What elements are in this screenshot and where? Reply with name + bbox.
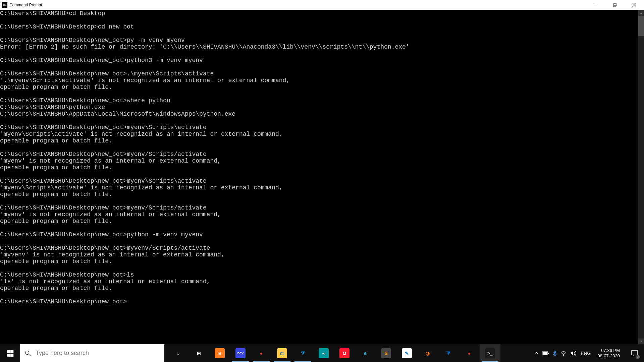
- cortana-icon: ○: [173, 348, 183, 358]
- scrollbar-down-button[interactable]: ▼: [638, 339, 644, 344]
- cmd-icon: >_: [485, 348, 495, 358]
- svg-rect-11: [632, 351, 638, 355]
- task-view-icon: ⊞: [194, 348, 204, 358]
- terminal-scrollbar[interactable]: ▲ ▼: [638, 10, 644, 344]
- svg-point-10: [563, 355, 564, 356]
- ie-icon: e: [360, 348, 370, 358]
- sublime-icon: S: [381, 348, 391, 358]
- file-explorer-icon: 🗀: [277, 348, 287, 358]
- tray-overflow-icon[interactable]: [534, 351, 538, 355]
- vscode2-icon: ⧩: [443, 348, 453, 358]
- taskbar-app-jupyter[interactable]: ◑: [417, 344, 438, 362]
- scrollbar-thumb[interactable]: [638, 16, 644, 36]
- clock-time: 07:36 PM: [601, 348, 620, 353]
- battery-icon[interactable]: [542, 351, 549, 355]
- volume-icon[interactable]: [571, 351, 577, 356]
- windows-taskbar: Type here to search ○⊞ӿDEV●🗀⧩∞OeS✎◑⧩●>_ …: [0, 344, 644, 362]
- taskbar-app-dev[interactable]: DEV: [230, 344, 251, 362]
- taskbar-app-opera[interactable]: O: [334, 344, 355, 362]
- window-titlebar: C:\ Command Prompt: [0, 0, 644, 10]
- taskbar-app-file-explorer[interactable]: 🗀: [272, 344, 292, 362]
- maximize-button[interactable]: [605, 0, 625, 10]
- cmd-app-icon: C:\: [2, 2, 7, 8]
- close-button[interactable]: [625, 0, 644, 10]
- vscode1-icon: ⧩: [298, 348, 308, 358]
- taskbar-app-notepad[interactable]: ✎: [396, 344, 417, 362]
- taskbar-app-xampp[interactable]: ӿ: [209, 344, 230, 362]
- system-tray: ENG 07:36 PM 08-07-2020 7: [534, 344, 644, 362]
- terminal-output[interactable]: C:\Users\SHIVANSHU>cd Desktop C:\Users\S…: [0, 10, 644, 344]
- taskbar-app-vscode2[interactable]: ⧩: [438, 344, 459, 362]
- taskbar-app-cmd[interactable]: >_: [480, 344, 500, 362]
- xampp-icon: ӿ: [215, 348, 225, 358]
- svg-rect-2: [614, 3, 616, 6]
- taskbar-search[interactable]: Type here to search: [20, 344, 164, 362]
- taskbar-clock[interactable]: 07:36 PM 08-07-2020: [595, 348, 623, 359]
- scrollbar-up-button[interactable]: ▲: [638, 10, 644, 16]
- terminal-area[interactable]: C:\Users\SHIVANSHU>cd Desktop C:\Users\S…: [0, 10, 644, 344]
- notepad-icon: ✎: [402, 348, 412, 358]
- language-indicator[interactable]: ENG: [581, 351, 591, 356]
- window-title: Command Prompt: [9, 3, 42, 7]
- search-icon: [25, 350, 31, 356]
- search-placeholder: Type here to search: [36, 350, 89, 357]
- windows-logo-icon: [7, 350, 13, 357]
- notification-count-badge: 7: [636, 355, 640, 359]
- svg-rect-9: [548, 353, 549, 354]
- clock-date: 08-07-2020: [598, 353, 620, 359]
- taskbar-app-chrome2[interactable]: ●: [459, 344, 480, 362]
- minimize-button[interactable]: [586, 0, 605, 10]
- taskbar-app-icons: ○⊞ӿDEV●🗀⧩∞OeS✎◑⧩●>_: [164, 344, 500, 362]
- jupyter-icon: ◑: [423, 348, 433, 358]
- taskbar-app-sublime[interactable]: S: [376, 344, 396, 362]
- svg-line-6: [29, 354, 31, 356]
- taskbar-app-chrome1[interactable]: ●: [251, 344, 272, 362]
- svg-point-5: [25, 351, 29, 354]
- start-button[interactable]: [0, 344, 20, 362]
- chrome2-icon: ●: [464, 348, 474, 358]
- svg-rect-8: [543, 352, 547, 355]
- taskbar-app-cortana[interactable]: ○: [168, 344, 189, 362]
- taskbar-app-task-view[interactable]: ⊞: [189, 344, 209, 362]
- opera-icon: O: [339, 348, 350, 358]
- action-center-button[interactable]: 7: [627, 344, 643, 362]
- bluetooth-icon[interactable]: [553, 351, 556, 356]
- taskbar-app-vscode1[interactable]: ⧩: [292, 344, 313, 362]
- chrome1-icon: ●: [256, 348, 266, 358]
- dev-icon: DEV: [235, 348, 246, 358]
- wifi-icon[interactable]: [560, 351, 567, 356]
- arduino-icon: ∞: [319, 348, 329, 358]
- taskbar-app-ie[interactable]: e: [355, 344, 376, 362]
- taskbar-app-arduino[interactable]: ∞: [313, 344, 334, 362]
